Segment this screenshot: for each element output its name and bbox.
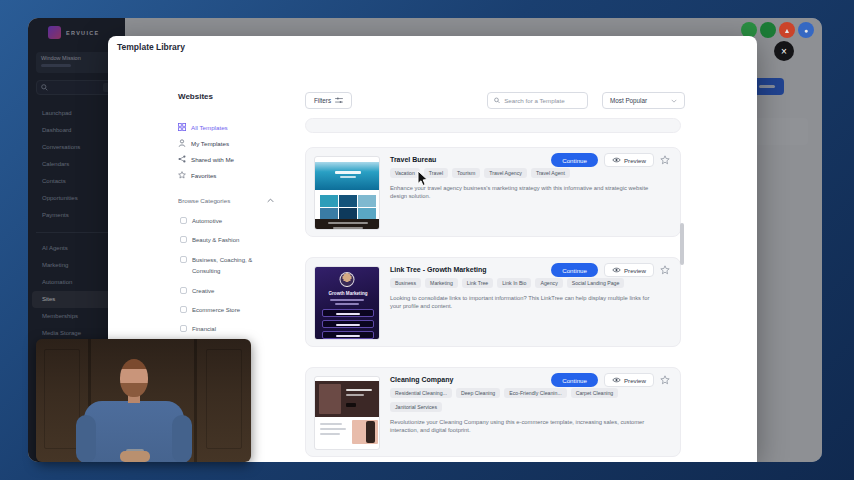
template-search-input[interactable] — [504, 97, 581, 104]
thumb-title: Growth Marketing — [315, 291, 380, 296]
template-card-cleaning-company: Cleaning Company Residential Cleaning...… — [305, 367, 681, 457]
thumb-avatar — [340, 272, 355, 287]
tag[interactable]: Travel Agency — [484, 168, 527, 178]
filter-all-templates[interactable]: All Templates — [168, 119, 306, 135]
preview-label: Preview — [624, 267, 646, 274]
template-search[interactable] — [487, 92, 588, 109]
category-beauty-fashion[interactable]: Beauty & Fashion — [168, 231, 306, 250]
favorite-star-icon[interactable] — [660, 375, 670, 385]
modal-left-panel: Websites All Templates My Templates Shar… — [168, 86, 306, 340]
template-card-travel-bureau: Travel Bureau Vacation Travel Tourism Tr… — [305, 147, 681, 237]
preview-label: Preview — [624, 157, 646, 164]
star-icon — [178, 171, 186, 179]
tag[interactable]: Social Landing Page — [567, 278, 625, 288]
category-label: Automotive — [192, 216, 268, 227]
category-financial[interactable]: Financial — [168, 320, 306, 339]
favorite-star-icon[interactable] — [660, 155, 670, 165]
filter-label: Favorites — [191, 172, 216, 179]
avatar[interactable]: ● — [798, 22, 814, 38]
filters-button[interactable]: Filters — [305, 92, 352, 109]
preview-label: Preview — [624, 377, 646, 384]
avatar[interactable] — [760, 22, 776, 38]
checkbox[interactable] — [180, 256, 187, 263]
tag[interactable]: Eco-Friendly Cleanin... — [504, 388, 566, 398]
sort-value: Most Popular — [610, 97, 647, 104]
eye-icon — [612, 267, 621, 273]
thumb-photo-grid — [320, 195, 376, 219]
filter-label: My Templates — [191, 140, 229, 147]
modal-close-button[interactable]: × — [774, 41, 794, 61]
tag[interactable]: Janitorial Services — [390, 402, 442, 412]
filter-label: All Templates — [191, 124, 228, 131]
template-description: Enhance your travel agency business's ma… — [390, 184, 662, 201]
thumb-hero — [315, 381, 380, 417]
person-arm — [76, 415, 96, 462]
avatar[interactable]: ▲ — [779, 22, 795, 38]
checkbox[interactable] — [180, 217, 187, 224]
share-icon — [178, 155, 186, 163]
filter-my-templates[interactable]: My Templates — [168, 135, 306, 151]
template-description: Looking to consolidate links to importan… — [390, 294, 662, 311]
filter-favorites[interactable]: Favorites — [168, 167, 306, 183]
browse-categories-header[interactable]: Browse Categories — [178, 197, 274, 204]
template-card-partial — [305, 118, 681, 133]
modal-title: Template Library — [117, 42, 185, 52]
tag[interactable]: Vacation — [390, 168, 420, 178]
continue-button[interactable]: Continue — [551, 263, 598, 277]
sort-dropdown[interactable]: Most Popular — [602, 92, 685, 109]
category-creative[interactable]: Creative — [168, 282, 306, 301]
category-ecommerce-store[interactable]: Ecommerce Store — [168, 301, 306, 320]
browse-categories-label: Browse Categories — [178, 197, 230, 204]
category-automotive[interactable]: Automotive — [168, 212, 306, 231]
tag[interactable]: Link Tree — [462, 278, 493, 288]
filter-shared-with-me[interactable]: Shared with Me — [168, 151, 306, 167]
thumb-hero — [315, 162, 380, 190]
person-head — [120, 359, 148, 397]
tag[interactable]: Residential Cleaning... — [390, 388, 452, 398]
template-tags: Vacation Travel Tourism Travel Agency Tr… — [390, 168, 658, 178]
preview-button[interactable]: Preview — [604, 263, 654, 277]
category-business-coaching-consulting[interactable]: Business, Coaching, & Consulting — [168, 251, 306, 282]
person-arm — [172, 415, 192, 462]
category-label: Ecommerce Store — [192, 305, 268, 316]
template-card-link-tree: Growth Marketing Link Tree - Growth Mark… — [305, 257, 681, 347]
continue-button[interactable]: Continue — [551, 153, 598, 167]
door-panel — [44, 349, 80, 449]
chevron-up-icon — [267, 198, 274, 203]
template-thumbnail[interactable] — [314, 376, 380, 450]
continue-button[interactable]: Continue — [551, 373, 598, 387]
tag[interactable]: Agency — [535, 278, 562, 288]
checkbox[interactable] — [180, 236, 187, 243]
thumb-link-button — [322, 309, 374, 317]
thumb-link-button — [322, 331, 374, 339]
template-tags: Business Marketing Link Tree Link In Bio… — [390, 278, 658, 288]
favorite-star-icon[interactable] — [660, 265, 670, 275]
template-thumbnail[interactable]: Growth Marketing — [314, 266, 380, 340]
tag[interactable]: Carpet Cleaning — [571, 388, 619, 398]
filters-label: Filters — [314, 97, 331, 104]
tag[interactable]: Marketing — [425, 278, 458, 288]
door-panel — [206, 349, 242, 449]
mouse-cursor-icon — [417, 170, 429, 187]
checkbox[interactable] — [180, 325, 187, 332]
tag[interactable]: Business — [390, 278, 421, 288]
checkbox[interactable] — [180, 287, 187, 294]
tag[interactable]: Link In Bio — [497, 278, 531, 288]
preview-button[interactable]: Preview — [604, 153, 654, 167]
template-thumbnail[interactable] — [314, 156, 380, 230]
eye-icon — [612, 157, 621, 163]
checkbox[interactable] — [180, 306, 187, 313]
list-scrollbar-thumb[interactable] — [680, 223, 684, 265]
template-description: Revolutionize your Cleaning Company usin… — [390, 418, 662, 435]
tag[interactable]: Travel Agent — [531, 168, 570, 178]
thumb-section — [315, 417, 380, 447]
category-label: Beauty & Fashion — [192, 235, 268, 246]
tag[interactable]: Tourism — [452, 168, 480, 178]
eye-icon — [612, 377, 621, 383]
user-icon — [178, 139, 186, 147]
chevron-down-icon — [671, 99, 677, 103]
tag[interactable]: Deep Cleaning — [456, 388, 500, 398]
search-icon — [494, 97, 500, 104]
preview-button[interactable]: Preview — [604, 373, 654, 387]
section-title: Websites — [178, 92, 306, 101]
